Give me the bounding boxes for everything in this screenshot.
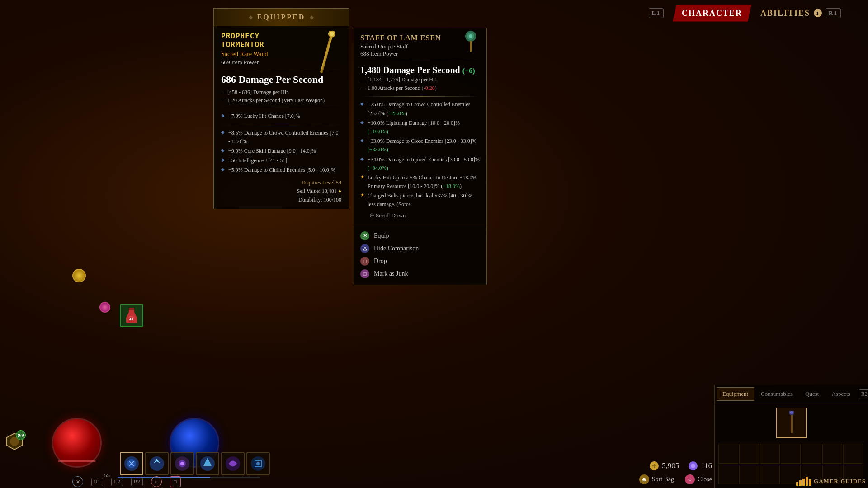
circle-button-icon: ○	[151, 476, 162, 487]
small-orb-gold	[72, 269, 86, 282]
close-label: Close	[698, 476, 712, 483]
equipped-title: EQUIPPED	[257, 13, 306, 21]
abilities-label: ABILITIES	[760, 9, 810, 18]
abilities-badge: 1	[814, 9, 822, 17]
affix-chilled: +5.0% Damage to Chilled Enemies [5.0 - 1…	[221, 166, 341, 174]
tab-aspects[interactable]: Aspects	[826, 387, 856, 401]
divider-3	[221, 125, 341, 125]
l2-label: L2	[111, 478, 123, 486]
health-orb	[52, 418, 102, 468]
comp-affix-lightning: +10.0% Lightning Damage [10.0 - 20.0]% (…	[360, 119, 480, 136]
inventory-section: Equipment Consumables Quest Aspects R2	[714, 385, 868, 488]
inv-cell-5[interactable]	[802, 444, 821, 464]
comp-affix-lucky-restore: Lucky Hit: Up to a 5% Chance to Restore …	[360, 174, 480, 191]
inv-cell-1[interactable]	[718, 444, 738, 464]
item-image	[308, 28, 344, 83]
tab-consumables[interactable]: Consumables	[755, 387, 798, 401]
inventory-wand-icon	[783, 411, 801, 436]
gold-amount: 5,905	[662, 461, 679, 470]
divider-2	[221, 108, 341, 108]
affix-lucky-hit: +7.0% Lucky Hit Chance [7.0]%	[221, 112, 341, 121]
inventory-item-container	[715, 404, 868, 442]
skill-count: 9/9	[18, 433, 24, 438]
equip-button[interactable]: ✕ Equip	[360, 230, 480, 242]
svg-point-5	[469, 34, 472, 38]
ctrl-r1: R1	[91, 478, 103, 486]
inv-cell-10[interactable]	[760, 465, 780, 484]
inv-cell-6[interactable]	[822, 444, 842, 464]
junk-icon: □	[360, 269, 369, 278]
skill-slot-2[interactable]	[145, 452, 169, 475]
health-potion-slot[interactable]: 40	[120, 304, 143, 327]
inventory-wand-slot[interactable]	[776, 408, 807, 438]
watermark-bars	[796, 477, 811, 486]
skill-3-icon	[174, 455, 191, 472]
junk-label: Mark as Junk	[374, 270, 408, 277]
comp-divider-1	[360, 61, 480, 61]
skill-count-badge: 9/9	[16, 430, 26, 440]
gold-icon	[649, 461, 659, 471]
nav-l1[interactable]: L1	[640, 5, 673, 22]
essence-icon	[688, 461, 698, 471]
inv-cell-7[interactable]	[843, 444, 863, 464]
svg-point-48	[180, 462, 184, 465]
skill-slot-4[interactable]	[196, 452, 219, 475]
controller-buttons: ✕ R1 L2 R2 ○ □	[0, 476, 253, 487]
mark-junk-button[interactable]: □ Mark as Junk	[360, 267, 480, 280]
top-navigation: L1 CHARACTER ABILITIES 1 R1	[0, 0, 868, 26]
close-button[interactable]: ○ Close	[685, 474, 712, 484]
skill-slot-5[interactable]	[221, 452, 245, 475]
svg-rect-0	[320, 33, 333, 73]
sort-bag-button[interactable]: ⊕ Sort Bag	[639, 474, 674, 484]
svg-text:40: 40	[129, 317, 134, 321]
staff-icon-container	[459, 31, 482, 55]
svg-point-36	[790, 411, 793, 414]
affix-intelligence: +50 Intelligence +[41 - 51]	[221, 156, 341, 165]
skills-bar	[120, 452, 270, 475]
skill-indicator: 9/9	[5, 432, 24, 452]
skill-slot-3[interactable]	[170, 452, 194, 475]
equip-label: Equip	[374, 232, 389, 239]
inv-cell-2[interactable]	[739, 444, 759, 464]
drop-icon: □	[360, 257, 369, 266]
inv-cell-9[interactable]	[739, 465, 759, 484]
r2-bottom-label: R2	[131, 478, 143, 486]
equipped-content: PROPHECY TORMENTOR Sacred Rare Wand 669 …	[214, 26, 349, 209]
svg-point-53	[256, 462, 260, 465]
drop-button[interactable]: □ Drop	[360, 255, 480, 267]
inv-cell-8[interactable]	[718, 465, 738, 484]
l1-label: L1	[649, 8, 664, 18]
hide-comparison-button[interactable]: △ Hide Comparison	[360, 242, 480, 255]
stat-damage-range: [458 - 686] Damage per Hit	[221, 88, 341, 96]
character-label: CHARACTER	[682, 9, 742, 18]
sort-label: Sort Bag	[652, 476, 674, 483]
inventory-tabs: Equipment Consumables Quest Aspects R2	[715, 385, 868, 404]
comparison-content: STAFF OF LAM ESEN Sacred Unique Staff 68…	[354, 28, 486, 225]
sort-btn-icon: ⊕	[639, 474, 649, 484]
ctrl-circle: ○	[151, 476, 162, 487]
bar-4	[806, 477, 808, 486]
comp-affix-close-enemies: +33.0% Damage to Close Enemies [23.0 - 3…	[360, 137, 480, 154]
bar-1	[796, 482, 798, 486]
small-orb-pink	[99, 302, 110, 313]
inv-cell-4[interactable]	[781, 444, 801, 464]
staff-svg	[459, 31, 482, 53]
diamond-left: ◆	[249, 14, 253, 21]
ctrl-square: □	[170, 476, 181, 487]
tab-equipment[interactable]: Equipment	[717, 387, 754, 401]
comp-divider-2	[360, 96, 480, 97]
ctrl-cross: ✕	[72, 476, 83, 487]
stat-attack-speed: 1.20 Attacks per Second (Very Fast Weapo…	[221, 96, 341, 104]
comparison-panel: STAFF OF LAM ESEN Sacred Unique Staff 68…	[354, 28, 487, 285]
skill-slot-6[interactable]	[246, 452, 270, 475]
tab-quest[interactable]: Quest	[799, 387, 825, 401]
affix-crowd-dmg: +8.5% Damage to Crowd Controlled Enemies…	[221, 129, 341, 146]
durability: Durability: 100/100	[221, 197, 341, 203]
watermark-text: GAMER GUIDES	[814, 478, 866, 485]
r1-label: R1	[826, 8, 841, 18]
nav-abilities[interactable]: ABILITIES 1 R1	[751, 5, 850, 22]
nav-character[interactable]: CHARACTER	[673, 5, 751, 22]
svg-rect-54	[129, 308, 134, 310]
skill-slot-1[interactable]	[120, 452, 143, 475]
inv-cell-3[interactable]	[760, 444, 780, 464]
